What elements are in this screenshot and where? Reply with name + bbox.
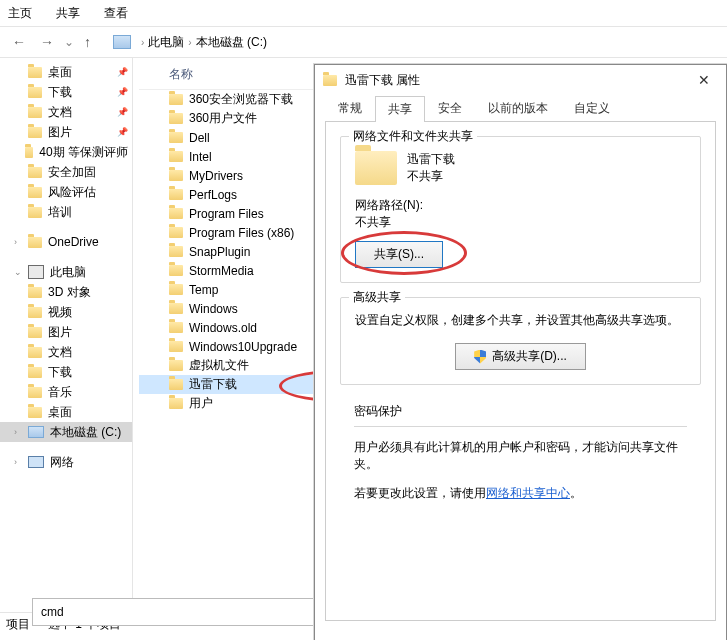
- sidebar-item[interactable]: ›网络: [0, 452, 132, 472]
- tab-security[interactable]: 安全: [425, 95, 475, 121]
- group-title-password: 密码保护: [354, 404, 402, 418]
- sidebar-item[interactable]: 下载📌: [0, 82, 132, 102]
- network-sharing-center-link[interactable]: 网络和共享中心: [486, 486, 570, 500]
- monitor-icon: [28, 456, 44, 468]
- folder-icon: [28, 407, 42, 418]
- share-status: 不共享: [407, 168, 455, 185]
- breadcrumb[interactable]: › 此电脑 › 本地磁盘 (C:): [141, 34, 267, 51]
- folder-icon: [169, 208, 183, 219]
- folder-icon: [28, 127, 42, 138]
- folder-icon: [169, 398, 183, 409]
- folder-icon: [169, 265, 183, 276]
- properties-dialog: 迅雷下载 属性 ✕ 常规 共享 安全 以前的版本 自定义 网络文件和文件夹共享 …: [314, 64, 727, 640]
- shield-icon: [474, 350, 486, 364]
- nav-up[interactable]: ↑: [80, 34, 95, 50]
- dialog-body: 网络文件和文件夹共享 迅雷下载 不共享 网络路径(N): 不共享 共享(S)..…: [325, 122, 716, 621]
- folder-icon: [169, 303, 183, 314]
- breadcrumb-pc[interactable]: 此电脑: [148, 34, 184, 51]
- folder-icon: [169, 246, 183, 257]
- folder-icon: [28, 307, 42, 318]
- folder-icon: [28, 237, 42, 248]
- folder-icon: [355, 151, 397, 185]
- password-desc-1: 用户必须具有此计算机的用户帐户和密码，才能访问共享文件夹。: [354, 439, 687, 473]
- password-desc-2: 若要更改此设置，请使用网络和共享中心。: [354, 485, 687, 502]
- pin-icon: 📌: [117, 107, 128, 117]
- pin-icon: 📌: [117, 127, 128, 137]
- sidebar-item[interactable]: 风险评估: [0, 182, 132, 202]
- group-title-advanced: 高级共享: [349, 289, 405, 306]
- sidebar-item[interactable]: 桌面: [0, 402, 132, 422]
- tab-home[interactable]: 主页: [8, 5, 32, 22]
- group-password-protect: 密码保护 用户必须具有此计算机的用户帐户和密码，才能访问共享文件夹。 若要更改此…: [340, 399, 701, 506]
- folder-icon: [28, 287, 42, 298]
- sidebar-item[interactable]: ›OneDrive: [0, 232, 132, 252]
- sidebar-item[interactable]: 培训: [0, 202, 132, 222]
- folder-icon: [28, 347, 42, 358]
- tab-share[interactable]: 共享: [56, 5, 80, 22]
- sidebar-item[interactable]: 图片: [0, 322, 132, 342]
- nav-back[interactable]: ←: [8, 34, 30, 50]
- folder-icon: [28, 167, 42, 178]
- sidebar-item[interactable]: ⌄此电脑: [0, 262, 132, 282]
- sidebar-item[interactable]: 视频: [0, 302, 132, 322]
- advanced-share-button-label: 高级共享(D)...: [492, 348, 567, 365]
- folder-icon: [28, 387, 42, 398]
- sidebar-item[interactable]: 文档: [0, 342, 132, 362]
- sidebar-item[interactable]: 3D 对象: [0, 282, 132, 302]
- sidebar-item[interactable]: ›本地磁盘 (C:): [0, 422, 132, 442]
- tab-general[interactable]: 常规: [325, 95, 375, 121]
- share-button[interactable]: 共享(S)...: [355, 241, 443, 268]
- close-icon[interactable]: ✕: [690, 72, 718, 88]
- sidebar-item[interactable]: 40期 等保测评师: [0, 142, 132, 162]
- group-network-share: 网络文件和文件夹共享 迅雷下载 不共享 网络路径(N): 不共享 共享(S)..…: [340, 136, 701, 283]
- folder-icon: [169, 132, 183, 143]
- tab-sharing[interactable]: 共享: [375, 96, 425, 122]
- nav-forward[interactable]: →: [36, 34, 58, 50]
- folder-icon: [169, 113, 183, 124]
- folder-icon: [25, 147, 33, 158]
- dialog-title: 迅雷下载 属性: [345, 72, 420, 89]
- dialog-titlebar: 迅雷下载 属性 ✕: [315, 65, 726, 95]
- drive-icon: [28, 426, 44, 438]
- sidebar-item[interactable]: 下载: [0, 362, 132, 382]
- advanced-share-desc: 设置自定义权限，创建多个共享，并设置其他高级共享选项。: [355, 312, 686, 329]
- sidebar-item[interactable]: 文档📌: [0, 102, 132, 122]
- nav-bar: ← → ⌄ ↑ › 此电脑 › 本地磁盘 (C:): [0, 27, 727, 58]
- sidebar-item[interactable]: 桌面📌: [0, 62, 132, 82]
- network-path-value: 不共享: [355, 214, 686, 231]
- folder-icon: [169, 379, 183, 390]
- folder-icon: [169, 189, 183, 200]
- folder-icon: [169, 170, 183, 181]
- status-items: 项目: [6, 616, 30, 633]
- folder-icon: [169, 360, 183, 371]
- folder-icon: [28, 67, 42, 78]
- pc-icon: [28, 265, 44, 279]
- folder-icon: [323, 75, 337, 86]
- folder-icon: [169, 322, 183, 333]
- group-title-share: 网络文件和文件夹共享: [349, 128, 477, 145]
- nav-dropdown[interactable]: ⌄: [64, 35, 74, 49]
- tab-previous-versions[interactable]: 以前的版本: [475, 95, 561, 121]
- folder-icon: [169, 227, 183, 238]
- share-folder-name: 迅雷下载: [407, 151, 455, 168]
- sidebar-item[interactable]: 音乐: [0, 382, 132, 402]
- dialog-tabs: 常规 共享 安全 以前的版本 自定义: [325, 95, 716, 122]
- network-path-label: 网络路径(N):: [355, 197, 686, 214]
- folder-icon: [169, 284, 183, 295]
- sidebar-item[interactable]: 安全加固: [0, 162, 132, 182]
- folder-icon: [169, 151, 183, 162]
- folder-icon: [28, 207, 42, 218]
- pin-icon: 📌: [117, 87, 128, 97]
- folder-icon: [28, 107, 42, 118]
- group-advanced-share: 高级共享 设置自定义权限，创建多个共享，并设置其他高级共享选项。 高级共享(D)…: [340, 297, 701, 385]
- pin-icon: 📌: [117, 67, 128, 77]
- tab-view[interactable]: 查看: [104, 5, 128, 22]
- sidebar-item[interactable]: 图片📌: [0, 122, 132, 142]
- folder-icon: [28, 87, 42, 98]
- folder-icon: [169, 341, 183, 352]
- breadcrumb-drive[interactable]: 本地磁盘 (C:): [196, 34, 267, 51]
- folder-icon: [28, 187, 42, 198]
- tab-customize[interactable]: 自定义: [561, 95, 623, 121]
- folder-icon: [28, 327, 42, 338]
- advanced-share-button[interactable]: 高级共享(D)...: [455, 343, 586, 370]
